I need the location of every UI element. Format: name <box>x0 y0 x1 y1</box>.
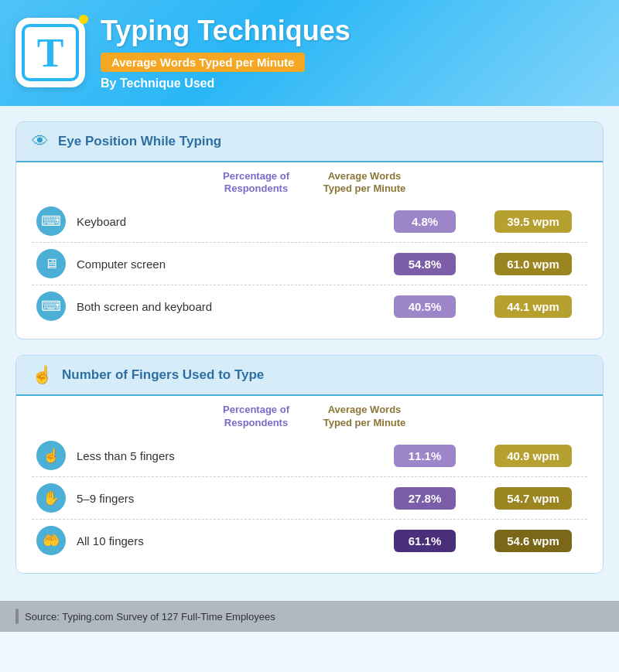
fingers-col1-header: Percentage ofRespondents <box>202 404 310 430</box>
section-fingers: ☝ Number of Fingers Used to Type Percent… <box>15 355 604 574</box>
wpm-badge-wrap: 54.6 wpm <box>479 530 587 552</box>
screen-icon: 🖥 <box>36 249 66 278</box>
fingers-col-headers: Percentage ofRespondents Average WordsTy… <box>32 404 587 430</box>
pct-badge-wrap: 54.8% <box>371 253 479 275</box>
eye-icon: 👁 <box>32 131 49 152</box>
wpm-badge: 54.6 wpm <box>494 530 572 552</box>
row-label: Keyboard <box>70 215 371 228</box>
pct-badge-wrap: 4.8% <box>371 210 479 233</box>
keyboard-icon: ⌨ <box>36 206 66 236</box>
wpm-badge: 54.7 wpm <box>494 487 572 510</box>
row-icon-wrap: ⌨ <box>32 206 70 236</box>
pct-badge-wrap: 27.8% <box>371 487 479 510</box>
table-row: ☝ Less than 5 fingers 11.1% 40.9 wpm <box>32 435 587 477</box>
table-row: ⌨ Both screen and keyboard 40.5% 44.1 wp… <box>32 285 587 327</box>
eye-col2-header: Average WordsTyped per Minute <box>310 170 419 196</box>
eye-data-table: Percentage ofRespondents Average WordsTy… <box>16 162 603 339</box>
pct-badge: 27.8% <box>394 487 456 510</box>
footer-bar <box>15 609 19 624</box>
finger-icon: ☝ <box>32 365 53 385</box>
row-icon-wrap: ☝ <box>32 441 70 470</box>
table-row: ⌨ Keyboard 4.8% 39.5 wpm <box>32 200 587 243</box>
five9-icon: ✋ <box>36 483 66 513</box>
pct-badge: 61.1% <box>394 530 456 552</box>
page-title: Typing Techniques <box>101 15 596 46</box>
row-icon-wrap: ✋ <box>32 483 70 513</box>
wpm-badge-wrap: 61.0 wpm <box>479 253 587 275</box>
fingers-col2-header: Average WordsTyped per Minute <box>310 404 419 430</box>
pct-badge: 11.1% <box>394 445 456 467</box>
fingers-data-table: Percentage ofRespondents Average WordsTy… <box>16 396 603 573</box>
wpm-badge: 44.1 wpm <box>494 295 572 318</box>
table-row: 🤲 All 10 fingers 61.1% 54.6 wpm <box>32 520 587 561</box>
wpm-badge: 40.9 wpm <box>494 445 572 467</box>
table-row: 🖥 Computer screen 54.8% 61.0 wpm <box>32 243 587 285</box>
row-label: Both screen and keyboard <box>70 300 371 313</box>
table-row: ✋ 5–9 fingers 27.8% 54.7 wpm <box>32 477 587 520</box>
less5-icon: ☝ <box>36 441 66 470</box>
row-icon-wrap: ⌨ <box>32 292 70 321</box>
wpm-badge-wrap: 39.5 wpm <box>479 210 587 233</box>
main-content: 👁 Eye Position While Typing Percentage o… <box>0 106 619 602</box>
row-label: Less than 5 fingers <box>70 449 371 462</box>
section-fingers-title: Number of Fingers Used to Type <box>62 367 264 383</box>
ten-icon: 🤲 <box>36 526 66 555</box>
eye-col-headers: Percentage ofRespondents Average WordsTy… <box>32 170 587 196</box>
wpm-badge-wrap: 40.9 wpm <box>479 445 587 467</box>
section-eye-title: Eye Position While Typing <box>58 134 221 149</box>
logo-letter: T <box>22 24 79 81</box>
page-footer: Source: Typing.com Survey of 127 Full-Ti… <box>0 601 619 632</box>
row-label: Computer screen <box>70 258 371 271</box>
page-header: T Typing Techniques Average Words Typed … <box>0 0 619 106</box>
row-label: All 10 fingers <box>70 534 371 547</box>
subtitle-badge: Average Words Typed per Minute <box>101 53 305 72</box>
wpm-badge-wrap: 54.7 wpm <box>479 487 587 510</box>
row-icon-wrap: 🖥 <box>32 249 70 278</box>
row-label: 5–9 fingers <box>70 492 371 505</box>
pct-badge-wrap: 61.1% <box>371 530 479 552</box>
wpm-badge: 61.0 wpm <box>494 253 572 275</box>
pct-badge-wrap: 11.1% <box>371 445 479 467</box>
eye-col1-header: Percentage ofRespondents <box>202 170 310 196</box>
section-eye-position: 👁 Eye Position While Typing Percentage o… <box>15 121 604 340</box>
footer-source: Source: Typing.com Survey of 127 Full-Ti… <box>25 611 275 623</box>
section-fingers-header: ☝ Number of Fingers Used to Type <box>16 356 603 396</box>
wpm-badge: 39.5 wpm <box>494 210 572 233</box>
row-icon-wrap: 🤲 <box>32 526 70 555</box>
by-line: By Technique Used <box>101 77 596 90</box>
pct-badge-wrap: 40.5% <box>371 295 479 318</box>
pct-badge: 4.8% <box>394 210 456 233</box>
header-text-block: Typing Techniques Average Words Typed pe… <box>101 15 596 90</box>
pct-badge: 54.8% <box>394 253 456 275</box>
logo-container: T <box>15 18 85 87</box>
both-icon: ⌨ <box>36 292 66 321</box>
wpm-badge-wrap: 44.1 wpm <box>479 295 587 318</box>
section-eye-header: 👁 Eye Position While Typing <box>16 122 603 162</box>
pct-badge: 40.5% <box>394 295 456 318</box>
